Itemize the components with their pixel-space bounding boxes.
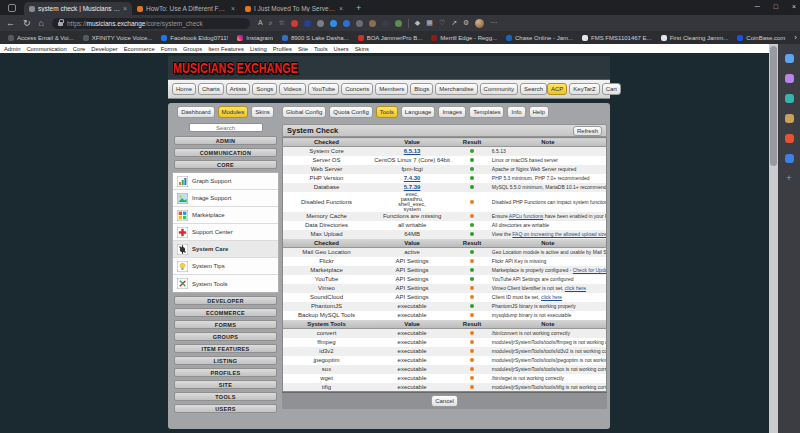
bookmark-item[interactable]: Chase Online - Jam...: [506, 35, 573, 41]
address-bar[interactable]: https://musicians.exchange/core/system_c…: [52, 18, 250, 29]
minimize-button[interactable]: ─: [755, 3, 760, 10]
nav-button-members[interactable]: Members: [375, 83, 408, 95]
tab-tools[interactable]: Tools: [376, 106, 398, 118]
extension-icon-gray[interactable]: [317, 20, 324, 27]
sidebar-apps-icon[interactable]: [785, 114, 794, 123]
nav-button-videos[interactable]: Videos: [279, 83, 305, 95]
zoom-icon[interactable]: ⌕: [269, 19, 273, 27]
admin-link-tools[interactable]: Tools: [314, 46, 328, 52]
bookmark-item[interactable]: Facebook Eldog0711!: [161, 35, 228, 41]
admin-link-communication[interactable]: Communication: [26, 46, 66, 52]
bookmark-item[interactable]: Instagram: [237, 35, 273, 41]
note-link[interactable]: FAQ on increasing the allowed upload siz…: [512, 231, 606, 237]
scrollbar-thumb[interactable]: [770, 46, 777, 166]
admin-link-developer[interactable]: Developer: [91, 46, 117, 52]
nav-button-songs[interactable]: Songs: [252, 83, 277, 95]
new-tab-button[interactable]: +: [356, 3, 361, 13]
bookmark-item[interactable]: 8900 S Lake Dasha...: [282, 35, 349, 41]
note-link[interactable]: Check for Updates: [573, 267, 607, 273]
sidebar-outlook-icon[interactable]: [785, 154, 794, 163]
admin-link-users[interactable]: Users: [334, 46, 349, 52]
extension-icon-navy[interactable]: [304, 20, 311, 27]
admin-link-profiles[interactable]: Profiles: [273, 46, 292, 52]
sidebar-section-core[interactable]: CORE: [174, 160, 277, 169]
settings-icon[interactable]: ⚙: [463, 19, 469, 27]
tab-close-icon[interactable]: ×: [231, 5, 235, 12]
nav-button-search[interactable]: Search: [520, 83, 547, 95]
sidebar-tab-skins[interactable]: Skins: [251, 106, 274, 118]
sidebar-section-users[interactable]: USERS: [174, 404, 277, 413]
read-aloud-icon[interactable]: A: [258, 19, 263, 27]
sidebar-tools-icon[interactable]: [785, 94, 794, 103]
sidebar-section-item-features[interactable]: ITEM FEATURES: [174, 344, 277, 353]
extension-icon-sync[interactable]: [395, 20, 402, 27]
page-scrollbar[interactable]: [769, 44, 778, 433]
admin-link-listing[interactable]: Listing: [250, 46, 267, 52]
sidebar-item-system-care[interactable]: System Care: [173, 241, 278, 258]
nav-button-keytarz[interactable]: KeyTarZ: [569, 83, 599, 95]
tab-close-icon[interactable]: ×: [123, 5, 127, 12]
favorite-star-icon[interactable]: ☆: [279, 19, 285, 27]
collections-icon[interactable]: ▦: [426, 19, 433, 27]
extension-icon-clipboard[interactable]: [356, 20, 363, 27]
sidebar-section-site[interactable]: SITE: [174, 380, 277, 389]
nav-button-concerts[interactable]: Concerts: [341, 83, 373, 95]
admin-link-site[interactable]: Site: [298, 46, 308, 52]
nav-button-youtube[interactable]: YouTube: [308, 83, 340, 95]
browser-tab[interactable]: I Just Moved To My Server To ce...×: [240, 2, 348, 15]
sidebar-item-system-tips[interactable]: System Tips: [173, 258, 278, 275]
nav-button-home[interactable]: Home: [172, 83, 196, 95]
tab-templates[interactable]: Templates: [469, 106, 504, 118]
sidebar-search-icon[interactable]: [785, 54, 794, 63]
nav-button-blogs[interactable]: Blogs: [410, 83, 433, 95]
sidebar-section-communication[interactable]: COMMUNICATION: [174, 148, 277, 157]
sidebar-item-marketplace[interactable]: Marketplace: [173, 207, 278, 224]
bookmark-item[interactable]: CoinBase.com: [737, 35, 785, 41]
tab-actions-icon[interactable]: [8, 4, 16, 12]
browser-tab[interactable]: HowTo: Use A Different FFMPEG×: [132, 2, 240, 15]
close-button[interactable]: ×: [792, 3, 796, 10]
nav-button-cart[interactable]: Cart: [602, 83, 621, 95]
extension-icon-pencil[interactable]: [343, 20, 350, 27]
home-icon[interactable]: ⌂: [39, 18, 44, 28]
sidebar-section-groups[interactable]: GROUPS: [174, 332, 277, 341]
browser-tab[interactable]: system check | Musicians Exchan...×: [24, 2, 132, 15]
essentials-icon[interactable]: ♡: [439, 19, 445, 27]
sidebar-item-graph-support[interactable]: Graph Support: [173, 173, 278, 190]
admin-link-item-features[interactable]: Item Features: [208, 46, 244, 52]
nav-button-merchandise[interactable]: Merchandise: [435, 83, 477, 95]
sidebar-section-developer[interactable]: DEVELOPER: [174, 296, 277, 305]
search-input[interactable]: [189, 123, 263, 132]
sidebar-section-ecommerce[interactable]: ECOMMERCE: [174, 308, 277, 317]
bookmark-item[interactable]: Access Email & Voi...: [8, 35, 74, 41]
value-text[interactable]: 5.7.39: [404, 184, 421, 190]
nav-button-charts[interactable]: Charts: [198, 83, 224, 95]
bookmark-item[interactable]: XFINITY Voice Voice...: [83, 35, 153, 41]
cancel-button[interactable]: Cancel: [431, 395, 458, 407]
value-text[interactable]: 7.4.30: [404, 175, 421, 181]
copilot-icon[interactable]: ◆: [415, 19, 420, 27]
back-icon[interactable]: ←: [6, 18, 15, 28]
admin-link-admin[interactable]: Admin: [4, 46, 20, 52]
refresh-button[interactable]: Refresh: [573, 126, 602, 136]
note-link[interactable]: click here: [541, 294, 562, 300]
extension-icon-dark[interactable]: [382, 20, 389, 27]
bookmark-item[interactable]: First Clearing Jamm...: [661, 35, 729, 41]
value-text[interactable]: 6.5.13: [404, 148, 421, 154]
refresh-icon[interactable]: ↻: [23, 18, 31, 28]
sidebar-add-icon[interactable]: +: [786, 174, 791, 183]
sidebar-copilot-icon[interactable]: [785, 74, 794, 83]
tab-language[interactable]: Language: [401, 106, 436, 118]
bookmark-item[interactable]: Merrill Edge - Regg...: [431, 35, 497, 41]
admin-link-groups[interactable]: Groups: [183, 46, 202, 52]
nav-button-community[interactable]: Community: [480, 83, 518, 95]
sidebar-item-system-tools[interactable]: System Tools: [173, 275, 278, 292]
sidebar-section-profiles[interactable]: PROFILES: [174, 368, 277, 377]
bookmarks-overflow-icon[interactable]: ›: [794, 33, 797, 42]
sidebar-section-tools[interactable]: TOOLS: [174, 392, 277, 401]
maximize-button[interactable]: □: [774, 3, 778, 10]
tab-images[interactable]: Images: [438, 106, 466, 118]
more-menu-icon[interactable]: ⋯: [490, 19, 497, 27]
bookmark-item[interactable]: BOA JammerPro B...: [358, 35, 423, 41]
tab-info[interactable]: Info: [507, 106, 525, 118]
